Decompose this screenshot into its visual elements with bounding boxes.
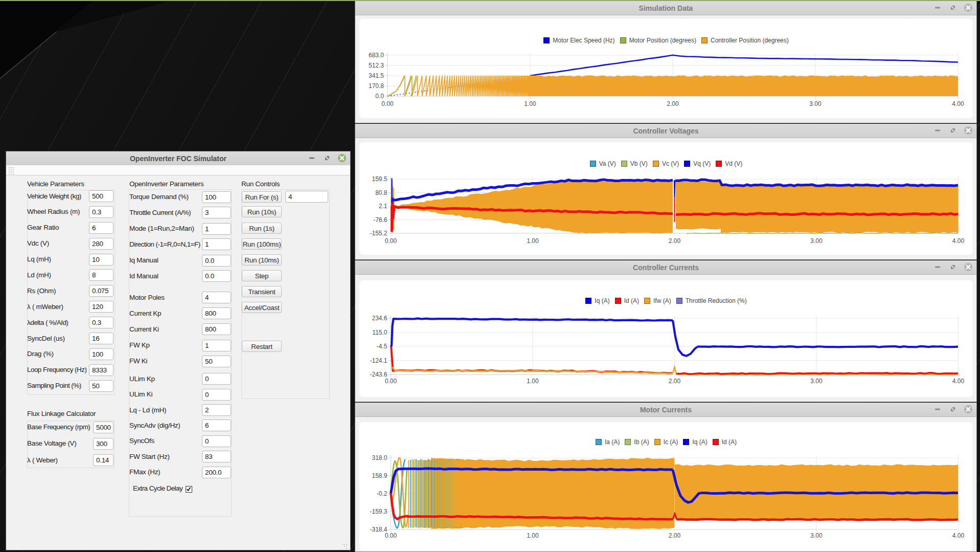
svg-text:318.0: 318.0 bbox=[372, 454, 387, 461]
svg-text:-159.3: -159.3 bbox=[370, 508, 387, 515]
svg-text:3.00: 3.00 bbox=[809, 100, 822, 107]
svg-text:341.5: 341.5 bbox=[369, 72, 384, 79]
svg-text:4.00: 4.00 bbox=[952, 532, 965, 539]
svg-text:158.9: 158.9 bbox=[372, 472, 387, 479]
svg-text:3.00: 3.00 bbox=[810, 532, 823, 539]
svg-text:1.00: 1.00 bbox=[527, 237, 539, 245]
svg-text:-0.2: -0.2 bbox=[377, 490, 388, 497]
svg-text:170.8: 170.8 bbox=[369, 82, 384, 90]
svg-text:0.00: 0.00 bbox=[385, 378, 397, 385]
svg-text:0.00: 0.00 bbox=[385, 237, 397, 245]
svg-text:4.00: 4.00 bbox=[952, 237, 965, 245]
svg-text:115.0: 115.0 bbox=[372, 329, 387, 336]
svg-text:2.00: 2.00 bbox=[669, 237, 681, 245]
svg-text:3.00: 3.00 bbox=[810, 237, 823, 245]
svg-text:80.8: 80.8 bbox=[375, 189, 388, 196]
svg-text:0.0: 0.0 bbox=[375, 93, 384, 100]
svg-text:-155.2: -155.2 bbox=[370, 230, 387, 237]
svg-text:512.3: 512.3 bbox=[369, 62, 384, 69]
svg-text:159.5: 159.5 bbox=[372, 175, 387, 183]
svg-text:0.00: 0.00 bbox=[381, 100, 394, 107]
svg-text:2.00: 2.00 bbox=[669, 532, 681, 539]
svg-text:1.00: 1.00 bbox=[527, 378, 539, 385]
svg-text:-4.5: -4.5 bbox=[377, 343, 388, 350]
svg-text:0.00: 0.00 bbox=[385, 532, 397, 539]
svg-text:2.00: 2.00 bbox=[669, 378, 681, 385]
svg-text:1.00: 1.00 bbox=[527, 532, 539, 539]
svg-text:4.00: 4.00 bbox=[952, 100, 964, 107]
svg-text:234.6: 234.6 bbox=[372, 315, 387, 322]
svg-text:-76.6: -76.6 bbox=[373, 216, 388, 224]
svg-text:-124.1: -124.1 bbox=[370, 357, 387, 364]
svg-text:1.00: 1.00 bbox=[524, 100, 536, 107]
svg-text:683.0: 683.0 bbox=[369, 52, 384, 59]
svg-text:4.00: 4.00 bbox=[952, 378, 965, 385]
svg-text:3.00: 3.00 bbox=[810, 378, 823, 385]
svg-text:2.00: 2.00 bbox=[667, 100, 679, 107]
svg-text:-243.6: -243.6 bbox=[370, 371, 387, 378]
svg-text:2.1: 2.1 bbox=[379, 203, 388, 210]
